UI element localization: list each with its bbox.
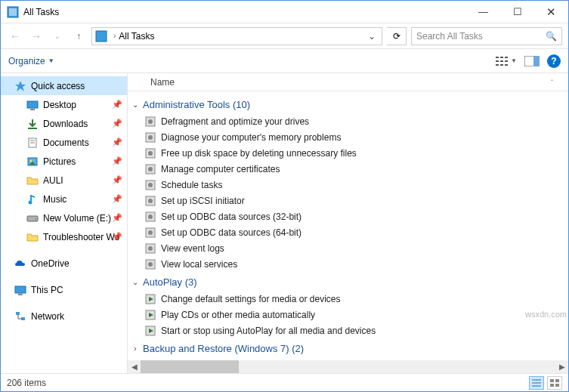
svg-rect-13 [533, 56, 540, 66]
list-item[interactable]: View local services [131, 256, 568, 272]
column-header-name[interactable]: Name ˆ [128, 73, 568, 91]
list-item-label: Schedule tasks [161, 180, 222, 190]
svg-point-48 [148, 246, 153, 251]
svg-rect-2 [96, 31, 107, 42]
view-options-button[interactable]: ▼ [496, 56, 517, 66]
pin-icon: 📌 [112, 119, 122, 128]
sidebar-item-label: OneDrive [31, 258, 70, 269]
list-item[interactable]: Set up ODBC data sources (64-bit) [131, 224, 568, 240]
task-icon [144, 258, 156, 270]
sidebar-desktop[interactable]: Desktop 📌 [1, 95, 127, 114]
chevron-right-icon[interactable]: › [110, 32, 119, 40]
sidebar-quick-access[interactable]: Quick access [1, 76, 127, 95]
address-bar[interactable]: › All Tasks ⌄ [91, 27, 382, 45]
sidebar-new-volume[interactable]: New Volume (E:) 📌 [1, 208, 127, 227]
search-input[interactable]: Search All Tasks 🔍 [411, 27, 562, 45]
list-item-label: Change default settings for media or dev… [161, 294, 340, 304]
list-item[interactable]: Manage computer certificates [131, 161, 568, 177]
list-item[interactable]: View event logs [131, 240, 568, 256]
list-view-icon [496, 56, 509, 66]
list-item[interactable]: Schedule tasks [131, 177, 568, 193]
list-item[interactable]: Set up iSCSI initiator [131, 193, 568, 208]
group-title: Backup and Restore (Windows 7) (2) [143, 343, 304, 354]
task-icon [144, 147, 156, 159]
sidebar-music[interactable]: Music 📌 [1, 190, 127, 208]
scroll-track[interactable] [141, 360, 555, 373]
list-item-label: View event logs [161, 243, 224, 254]
list-item[interactable]: Play CDs or other media automatically [131, 307, 568, 323]
svg-point-32 [148, 119, 153, 124]
expand-icon: ⌄ [131, 278, 140, 286]
svg-point-50 [148, 262, 153, 267]
scroll-right-button[interactable]: ▶ [555, 363, 568, 371]
sidebar-this-pc[interactable]: This PC [1, 280, 127, 299]
details-view-button[interactable] [529, 376, 544, 390]
sidebar-onedrive[interactable]: OneDrive [1, 254, 127, 273]
sidebar: Quick access Desktop 📌 Downloads 📌 Docum… [1, 73, 128, 373]
sidebar-item-label: Quick access [31, 81, 85, 91]
group-header[interactable]: ›Backup and Restore (Windows 7) (2) [131, 338, 568, 357]
scroll-left-button[interactable]: ◀ [128, 363, 141, 371]
address-text: All Tasks [119, 31, 365, 42]
pin-icon: 📌 [112, 100, 122, 110]
horizontal-scrollbar[interactable]: ◀ ▶ [128, 360, 568, 373]
pin-icon: 📌 [112, 232, 122, 242]
body: Quick access Desktop 📌 Downloads 📌 Docum… [1, 73, 568, 373]
svg-rect-63 [555, 384, 559, 387]
minimize-button[interactable]: — [466, 1, 500, 23]
scroll-thumb[interactable] [141, 360, 239, 373]
svg-rect-8 [505, 60, 508, 62]
list-item[interactable]: Change default settings for media or dev… [131, 291, 568, 307]
close-button[interactable]: ✕ [534, 1, 568, 23]
preview-pane-button[interactable] [524, 56, 540, 66]
watermark: wsxdn.com [525, 310, 567, 319]
maximize-button[interactable]: ☐ [500, 1, 534, 23]
sidebar-auli[interactable]: AULI 📌 [1, 171, 127, 190]
group-header[interactable]: ⌄Administrative Tools (10) [131, 94, 568, 113]
address-dropdown-icon[interactable]: ⌄ [365, 31, 379, 42]
task-icon [144, 293, 156, 305]
sidebar-item-label: Network [31, 311, 64, 322]
task-icon [144, 309, 156, 321]
task-icon [144, 211, 156, 223]
pc-icon [14, 284, 26, 296]
list-item[interactable]: Diagnose your computer's memory problems [131, 129, 568, 145]
list-item-label: Free up disk space by deleting unnecessa… [161, 148, 357, 159]
svg-rect-62 [550, 384, 554, 387]
organize-button[interactable]: Organize ▼ [8, 56, 54, 66]
task-icon [144, 163, 156, 175]
sidebar-item-label: Desktop [43, 100, 76, 110]
svg-point-34 [148, 135, 153, 140]
list-item[interactable]: Defragment and optimize your drives [131, 113, 568, 129]
help-button[interactable]: ? [547, 54, 561, 68]
item-list: wsxdn.com ⌄Administrative Tools (10)Defr… [128, 91, 568, 360]
sidebar-pictures[interactable]: Pictures 📌 [1, 152, 127, 171]
sidebar-downloads[interactable]: Downloads 📌 [1, 114, 127, 133]
svg-rect-15 [27, 101, 38, 108]
onedrive-icon [14, 258, 26, 270]
list-item-label: Set up ODBC data sources (64-bit) [161, 227, 302, 238]
sidebar-documents[interactable]: Documents 📌 [1, 133, 127, 152]
navbar: ← → ⌄ ↑ › All Tasks ⌄ ⟳ Search All Tasks… [1, 23, 568, 49]
refresh-button[interactable]: ⟳ [387, 27, 407, 45]
up-button[interactable]: ↑ [70, 28, 87, 45]
svg-rect-30 [21, 317, 25, 320]
titlebar: All Tasks — ☐ ✕ [1, 1, 568, 23]
svg-point-36 [148, 151, 153, 156]
svg-rect-61 [555, 379, 559, 382]
sidebar-troubleshooter[interactable]: Troubleshooter Wo 📌 [1, 227, 127, 246]
list-item[interactable]: Start or stop using AutoPlay for all med… [131, 323, 568, 338]
svg-rect-9 [496, 64, 499, 66]
sidebar-network[interactable]: Network [1, 307, 127, 326]
svg-rect-5 [505, 57, 508, 58]
drive-icon [26, 212, 39, 224]
recent-dropdown[interactable]: ⌄ [49, 28, 66, 45]
pictures-icon [26, 156, 39, 168]
list-item[interactable]: Free up disk space by deleting unnecessa… [131, 145, 568, 161]
list-item[interactable]: Set up ODBC data sources (32-bit) [131, 208, 568, 224]
large-icons-view-button[interactable] [547, 376, 562, 390]
group-header[interactable]: ⌄AutoPlay (3) [131, 272, 568, 291]
sidebar-item-label: Documents [43, 137, 89, 148]
forward-button[interactable]: → [28, 28, 45, 45]
back-button[interactable]: ← [7, 28, 23, 45]
